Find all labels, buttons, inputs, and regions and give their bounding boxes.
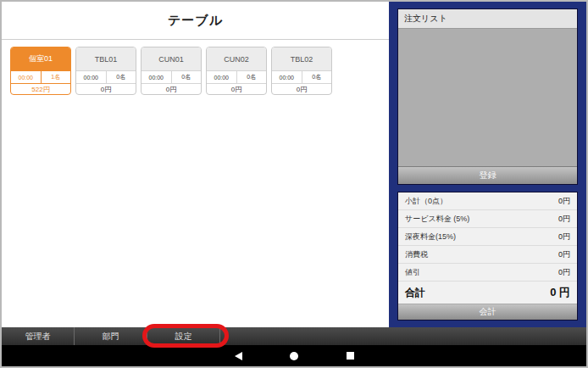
- totals-label: 値引: [405, 267, 420, 278]
- order-panel: 注文リスト 登録 小計（0点） 0円 サービス料金 (5%) 0円 深夜料金(1…: [389, 2, 586, 327]
- order-list-title: 注文リスト: [398, 9, 577, 29]
- tab-admin[interactable]: 管理者: [2, 327, 75, 345]
- android-nav-bar: [2, 345, 586, 366]
- table-guests: 1名: [42, 71, 71, 83]
- table-name: 個室01: [11, 47, 70, 70]
- totals-value: 0円: [558, 231, 570, 243]
- recents-button[interactable]: [344, 350, 356, 362]
- totals-label: 小計（0点）: [405, 196, 447, 207]
- totals-row-discount: 値引 0円: [398, 264, 577, 282]
- table-info-row: 00:00 0名: [76, 70, 136, 83]
- totals-row-subtotal: 小計（0点） 0円: [398, 192, 577, 210]
- table-card-list: 個室01 00:00 1名 522円 TBL01 00:00 0名 0円: [2, 40, 389, 95]
- table-time: 00:00: [141, 71, 172, 83]
- totals-value: 0円: [558, 196, 570, 207]
- table-name: CUN02: [207, 47, 266, 70]
- table-card-cun01[interactable]: CUN01 00:00 0名 0円: [141, 47, 202, 95]
- content-row: テーブル 個室01 00:00 1名 522円 TBL01 00:00 0名: [2, 2, 586, 327]
- tab-settings[interactable]: 設定: [147, 327, 220, 345]
- table-info-row: 00:00 1名: [11, 70, 70, 83]
- totals-panel: 小計（0点） 0円 サービス料金 (5%) 0円 深夜料金(15%) 0円 消費…: [397, 192, 578, 321]
- table-info-row: 00:00 0名: [141, 70, 201, 83]
- table-guests: 0名: [237, 71, 267, 83]
- totals-label: 消費税: [405, 249, 428, 260]
- totals-value: 0円: [558, 267, 570, 278]
- table-name: CUN01: [141, 47, 201, 70]
- table-guests: 0名: [172, 71, 202, 83]
- register-button[interactable]: 登録: [398, 166, 577, 184]
- main-header: テーブル: [2, 2, 389, 40]
- table-amount: 0円: [272, 83, 331, 94]
- order-list-box: 注文リスト 登録: [397, 8, 578, 185]
- home-icon: [290, 352, 298, 360]
- totals-row-late-night-charge: 深夜料金(15%) 0円: [398, 228, 577, 246]
- table-info-row: 00:00 0名: [207, 70, 266, 83]
- table-amount: 0円: [207, 83, 266, 94]
- table-amount: 0円: [76, 83, 136, 94]
- table-time: 00:00: [11, 71, 42, 83]
- totals-row-tax: 消費税 0円: [398, 246, 577, 264]
- table-amount: 0円: [141, 83, 201, 94]
- totals-value: 0円: [558, 249, 570, 260]
- table-card-tbl01[interactable]: TBL01 00:00 0名 0円: [75, 47, 136, 95]
- table-card-cun02[interactable]: CUN02 00:00 0名 0円: [206, 47, 267, 95]
- totals-label: サービス料金 (5%): [405, 214, 469, 225]
- table-amount: 522円: [11, 83, 70, 94]
- totals-label: 深夜料金(15%): [405, 231, 456, 243]
- back-button[interactable]: [232, 350, 244, 362]
- table-time: 00:00: [272, 71, 302, 83]
- table-name: TBL01: [76, 47, 136, 70]
- grand-total-label: 合計: [405, 286, 425, 300]
- table-guests: 0名: [302, 71, 332, 83]
- back-icon: [235, 352, 242, 360]
- tab-department[interactable]: 部門: [75, 327, 147, 345]
- page-title: テーブル: [168, 13, 223, 29]
- table-name: TBL02: [272, 47, 331, 70]
- table-time: 00:00: [207, 71, 237, 83]
- recents-icon: [347, 352, 354, 360]
- order-list-body: [398, 29, 577, 166]
- totals-value: 0円: [558, 214, 570, 225]
- table-guests: 0名: [107, 71, 136, 83]
- main-area: テーブル 個室01 00:00 1名 522円 TBL01 00:00 0名: [2, 2, 389, 327]
- app-frame: テーブル 個室01 00:00 1名 522円 TBL01 00:00 0名: [0, 0, 588, 368]
- table-time: 00:00: [76, 71, 107, 83]
- grand-total-value: 0 円: [550, 285, 570, 300]
- table-info-row: 00:00 0名: [272, 70, 331, 83]
- table-card-tbl02[interactable]: TBL02 00:00 0名 0円: [271, 47, 332, 95]
- totals-row-service-charge: サービス料金 (5%) 0円: [398, 210, 577, 228]
- bottom-tab-bar: 管理者 部門 設定: [2, 327, 586, 345]
- checkout-button[interactable]: 会計: [398, 304, 577, 320]
- totals-row-grand-total: 合計 0 円: [398, 282, 577, 304]
- table-card-kositsu01[interactable]: 個室01 00:00 1名 522円: [10, 47, 71, 95]
- home-button[interactable]: [288, 350, 300, 362]
